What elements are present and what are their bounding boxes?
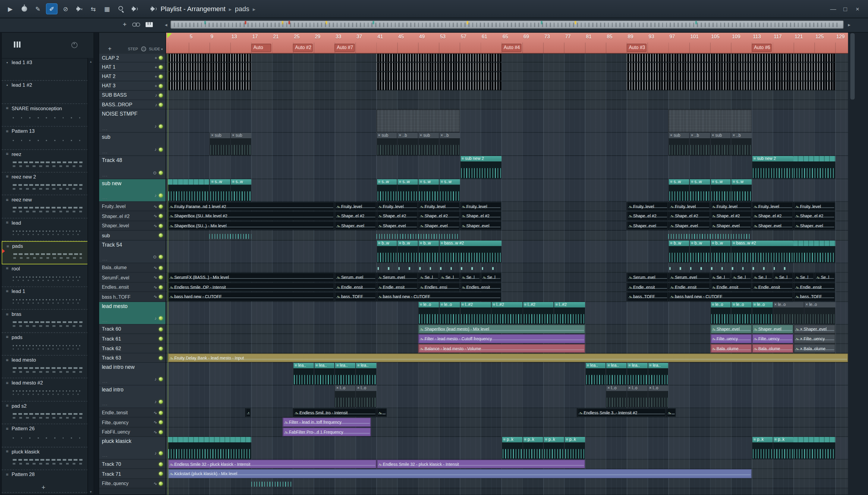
picker-scrollbar[interactable]: ▴ ▾ [87, 58, 94, 494]
clip[interactable] [793, 156, 835, 178]
paint-tool-icon[interactable]: ✐ [46, 3, 58, 15]
maximize-button[interactable]: □ [840, 4, 850, 14]
picker-item[interactable]: ≡pads [2, 241, 88, 264]
picker-item[interactable]: ≡reez [2, 150, 88, 172]
clip[interactable]: lea.. [314, 363, 334, 385]
track-header[interactable]: Endle..tensit∿ [99, 408, 165, 417]
clip[interactable]: s..w [230, 179, 251, 201]
track-mute-led[interactable] [159, 224, 163, 228]
clip[interactable]: p..k [752, 437, 772, 459]
clip[interactable]: s..w [397, 179, 418, 201]
clip[interactable]: × l..o [627, 386, 648, 407]
clip[interactable] [245, 408, 250, 417]
track-mute-led[interactable] [159, 103, 163, 107]
track-mute-led[interactable] [159, 84, 163, 88]
window-subtitle[interactable]: pads [235, 5, 249, 13]
clip[interactable]: Fruity Parame..nd 1 level #2 [168, 202, 335, 210]
track-mute-led[interactable] [159, 356, 163, 360]
track-header[interactable] [99, 489, 165, 494]
clip[interactable]: Fruity..level [669, 202, 710, 210]
clip[interactable]: Endle..ensit [793, 283, 835, 291]
clip[interactable]: Serum..evel [334, 273, 376, 282]
clip[interactable]: b..w [669, 241, 689, 262]
clip[interactable]: Balance - lead mesto - Volume [418, 344, 585, 353]
track-lane[interactable] [166, 156, 848, 179]
minimize-button[interactable]: — [828, 4, 838, 14]
track-mute-led[interactable] [159, 400, 163, 404]
clip[interactable]: s..w [439, 179, 460, 201]
step-label[interactable]: STEP [128, 47, 138, 51]
track-header[interactable]: Bala..olume∿ [99, 263, 165, 273]
clip[interactable]: le..o [752, 302, 772, 324]
clip[interactable]: Se..l [460, 273, 480, 282]
clip[interactable]: × Filte..uency [793, 334, 835, 343]
clip[interactable] [168, 54, 251, 62]
clip[interactable] [251, 479, 293, 488]
track-header[interactable]: lead mesto...♪ [99, 302, 165, 325]
track-header[interactable]: lead intro...♪ [99, 386, 165, 408]
picker-item[interactable]: ≡lead [2, 218, 88, 241]
track-header[interactable]: Endles..ensit∿ [99, 283, 165, 292]
track-mute-led[interactable] [159, 74, 163, 78]
clip[interactable]: Fruity..level [710, 202, 752, 210]
clip[interactable]: × le..o [773, 302, 804, 324]
track-header[interactable]: sub [99, 231, 165, 241]
clip[interactable]: Shape..el #2 [669, 211, 710, 221]
clip[interactable] [376, 109, 460, 132]
clip[interactable]: Se..l [481, 273, 502, 282]
playback-tool-icon[interactable] [129, 3, 141, 15]
track-mute-led[interactable] [159, 285, 163, 289]
clip[interactable]: Endle..ensit [334, 283, 376, 291]
picker-item[interactable]: ≡bras [2, 310, 88, 333]
clip[interactable]: s..w [710, 179, 731, 201]
clip[interactable] [627, 72, 835, 81]
track-mute-led[interactable] [159, 124, 163, 128]
clip[interactable]: ShaperBox (SU..) - Mix level [168, 221, 335, 230]
clip[interactable]: Endles..ensi [418, 283, 460, 291]
clip[interactable]: p..k [564, 437, 585, 459]
clip[interactable]: Shaper..evel [752, 325, 793, 333]
clip[interactable]: Shaper..evel [418, 221, 460, 230]
auto-marker[interactable]: Auto #3 [627, 44, 646, 52]
scroll-left-button[interactable]: ◂ [163, 21, 169, 29]
clip[interactable]: Endle..ensit [627, 283, 668, 291]
clip[interactable] [669, 263, 793, 272]
zoom-tool-icon[interactable] [115, 3, 127, 15]
clip[interactable] [627, 81, 835, 90]
track-header[interactable]: lead intro new...♪ [99, 363, 165, 386]
clip[interactable]: Fruity..level [793, 202, 835, 210]
track-header[interactable]: Track 63 [99, 354, 165, 363]
clip[interactable]: Fruity..level [752, 202, 793, 210]
clip[interactable]: Se..l [710, 273, 731, 282]
track-mute-led[interactable] [159, 337, 163, 341]
add-pattern-button[interactable]: + [42, 483, 46, 491]
clip[interactable]: Shape..el #2 [710, 211, 752, 221]
clip[interactable]: Serum..evel [669, 273, 710, 282]
mute-tool-icon[interactable]: × [73, 3, 85, 15]
clip[interactable]: bass..w #2 [439, 241, 502, 262]
clip[interactable]: × l..o [334, 386, 355, 407]
clip[interactable] [793, 437, 835, 459]
clip[interactable]: bass hard new - CUTOFF [376, 292, 502, 302]
clip[interactable]: Shape..el #2 [793, 211, 835, 221]
track-mute-led[interactable] [159, 255, 163, 259]
clip[interactable]: Endle..ensit [669, 283, 710, 291]
clip[interactable]: bass hard new - CUTOFF [168, 292, 335, 302]
clip[interactable]: b..w [710, 241, 731, 262]
track-header[interactable]: HAT 3+ [99, 81, 165, 91]
clip[interactable]: Bala..olume [752, 344, 793, 353]
clip[interactable]: Shaper..evel [710, 221, 752, 230]
auto-marker[interactable]: Auto [251, 44, 271, 52]
vertical-scrollbar[interactable] [850, 33, 855, 99]
clip[interactable] [627, 54, 835, 62]
clip[interactable]: Fruity..level [460, 202, 501, 210]
clip[interactable]: × sub [376, 133, 397, 155]
track-lane[interactable] [166, 91, 848, 100]
track-header[interactable]: Track 54...⊙ [99, 241, 165, 263]
track-header[interactable]: Track 60 [99, 325, 165, 334]
clip[interactable]: Endless Smile..OP - Intensit [168, 283, 335, 291]
track-header[interactable]: sub new...♪ [99, 179, 165, 202]
clip[interactable]: Fruity..level [627, 202, 668, 210]
track-header[interactable]: Filte..quency∿ [99, 417, 165, 428]
knob-icon[interactable] [71, 42, 78, 48]
